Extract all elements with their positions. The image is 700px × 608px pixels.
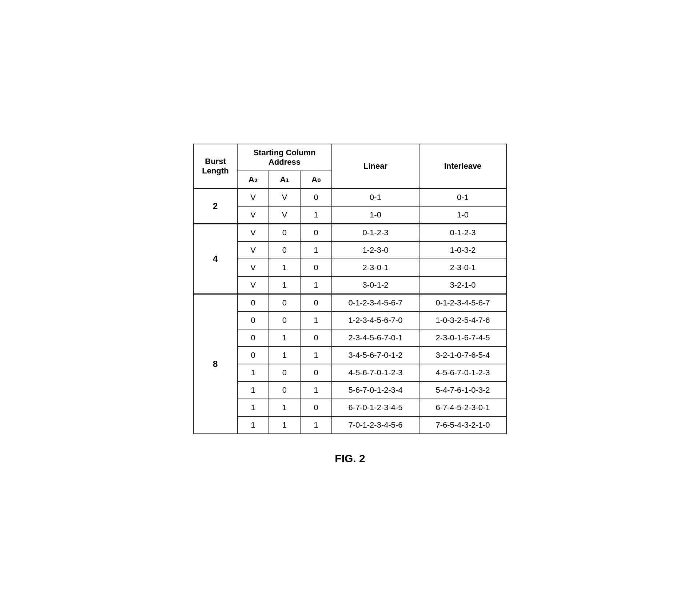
a2-cell: 0 bbox=[237, 347, 269, 364]
a2-cell: V bbox=[237, 241, 269, 259]
interleave-cell: 4-5-6-7-0-1-2-3 bbox=[419, 364, 506, 381]
linear-cell: 1-2-3-0 bbox=[332, 241, 419, 259]
linear-cell: 1-0 bbox=[332, 206, 419, 224]
a1-cell: 0 bbox=[269, 224, 301, 241]
table-row: 2VV00-10-1 bbox=[194, 188, 506, 206]
a2-cell: V bbox=[237, 188, 269, 206]
table-row: V011-2-3-01-0-3-2 bbox=[194, 241, 506, 259]
a1-cell: 1 bbox=[269, 347, 301, 364]
linear-cell: 6-7-0-1-2-3-4-5 bbox=[332, 399, 419, 416]
a0-cell: 1 bbox=[300, 312, 332, 329]
table-row: V113-0-1-23-2-1-0 bbox=[194, 276, 506, 294]
a0-cell: 0 bbox=[300, 259, 332, 276]
interleave-cell: 2-3-0-1-6-7-4-5 bbox=[419, 329, 506, 347]
interleave-cell: 1-0 bbox=[419, 206, 506, 224]
a1-cell: 0 bbox=[269, 312, 301, 329]
starting-col-header: Starting ColumnAddress bbox=[237, 144, 332, 171]
a2-cell: V bbox=[237, 206, 269, 224]
a2-cell: 1 bbox=[237, 416, 269, 434]
table-row: 1015-6-7-0-1-2-3-45-4-7-6-1-0-3-2 bbox=[194, 381, 506, 399]
a1-cell: 1 bbox=[269, 276, 301, 294]
fig-label: FIG. 2 bbox=[335, 452, 365, 465]
table-row: V102-3-0-12-3-0-1 bbox=[194, 259, 506, 276]
a1-cell: 0 bbox=[269, 364, 301, 381]
interleave-cell: 3-2-1-0 bbox=[419, 276, 506, 294]
a1-cell: 1 bbox=[269, 399, 301, 416]
a2-cell: 1 bbox=[237, 381, 269, 399]
linear-header: Linear bbox=[332, 144, 419, 189]
a2-cell: 0 bbox=[237, 294, 269, 312]
table-row: 1117-0-1-2-3-4-5-67-6-5-4-3-2-1-0 bbox=[194, 416, 506, 434]
a0-cell: 0 bbox=[300, 364, 332, 381]
a1-cell: 0 bbox=[269, 241, 301, 259]
table-row: 1106-7-0-1-2-3-4-56-7-4-5-2-3-0-1 bbox=[194, 399, 506, 416]
a0-cell: 1 bbox=[300, 416, 332, 434]
a2-cell: V bbox=[237, 224, 269, 241]
a0-cell: 0 bbox=[300, 188, 332, 206]
linear-cell: 0-1-2-3 bbox=[332, 224, 419, 241]
a2-cell: V bbox=[237, 276, 269, 294]
linear-cell: 5-6-7-0-1-2-3-4 bbox=[332, 381, 419, 399]
interleave-cell: 7-6-5-4-3-2-1-0 bbox=[419, 416, 506, 434]
a1-cell: V bbox=[269, 188, 301, 206]
burst-cell: 8 bbox=[194, 294, 237, 434]
a1-cell: 1 bbox=[269, 259, 301, 276]
a2-cell: 1 bbox=[237, 364, 269, 381]
a0-cell: 1 bbox=[300, 206, 332, 224]
a0-cell: 1 bbox=[300, 276, 332, 294]
burst-table: BurstLength Starting ColumnAddress Linea… bbox=[193, 144, 507, 434]
linear-cell: 3-0-1-2 bbox=[332, 276, 419, 294]
table-row: 0102-3-4-5-6-7-0-12-3-0-1-6-7-4-5 bbox=[194, 329, 506, 347]
a0-cell: 0 bbox=[300, 329, 332, 347]
a1-cell: 0 bbox=[269, 294, 301, 312]
interleave-cell: 2-3-0-1 bbox=[419, 259, 506, 276]
interleave-cell: 6-7-4-5-2-3-0-1 bbox=[419, 399, 506, 416]
a0-cell: 0 bbox=[300, 294, 332, 312]
interleave-header: Interleave bbox=[419, 144, 506, 189]
a2-cell: V bbox=[237, 259, 269, 276]
a1-cell: 1 bbox=[269, 329, 301, 347]
interleave-cell: 1-0-3-2-5-4-7-6 bbox=[419, 312, 506, 329]
interleave-cell: 0-1-2-3-4-5-6-7 bbox=[419, 294, 506, 312]
linear-cell: 7-0-1-2-3-4-5-6 bbox=[332, 416, 419, 434]
linear-cell: 2-3-0-1 bbox=[332, 259, 419, 276]
interleave-cell: 0-1-2-3 bbox=[419, 224, 506, 241]
a0-header: A₀ bbox=[300, 171, 332, 189]
burst-cell: 4 bbox=[194, 224, 237, 294]
table-row: 4V000-1-2-30-1-2-3 bbox=[194, 224, 506, 241]
a1-cell: 1 bbox=[269, 416, 301, 434]
linear-cell: 3-4-5-6-7-0-1-2 bbox=[332, 347, 419, 364]
a0-cell: 1 bbox=[300, 241, 332, 259]
interleave-cell: 3-2-1-0-7-6-5-4 bbox=[419, 347, 506, 364]
table-row: 1004-5-6-7-0-1-2-34-5-6-7-0-1-2-3 bbox=[194, 364, 506, 381]
a1-cell: V bbox=[269, 206, 301, 224]
page-container: BurstLength Starting ColumnAddress Linea… bbox=[193, 144, 507, 465]
table-row: 80000-1-2-3-4-5-6-70-1-2-3-4-5-6-7 bbox=[194, 294, 506, 312]
a2-cell: 1 bbox=[237, 399, 269, 416]
a0-cell: 0 bbox=[300, 224, 332, 241]
a2-cell: 0 bbox=[237, 329, 269, 347]
a2-header: A₂ bbox=[237, 171, 269, 189]
interleave-cell: 0-1 bbox=[419, 188, 506, 206]
linear-cell: 0-1-2-3-4-5-6-7 bbox=[332, 294, 419, 312]
a0-cell: 0 bbox=[300, 399, 332, 416]
a2-cell: 0 bbox=[237, 312, 269, 329]
linear-cell: 2-3-4-5-6-7-0-1 bbox=[332, 329, 419, 347]
burst-cell: 2 bbox=[194, 188, 237, 224]
linear-cell: 4-5-6-7-0-1-2-3 bbox=[332, 364, 419, 381]
a1-header: A₁ bbox=[269, 171, 301, 189]
table-row: 0113-4-5-6-7-0-1-23-2-1-0-7-6-5-4 bbox=[194, 347, 506, 364]
a0-cell: 1 bbox=[300, 381, 332, 399]
burst-length-header: BurstLength bbox=[194, 144, 237, 189]
linear-cell: 0-1 bbox=[332, 188, 419, 206]
table-row: 0011-2-3-4-5-6-7-01-0-3-2-5-4-7-6 bbox=[194, 312, 506, 329]
interleave-cell: 1-0-3-2 bbox=[419, 241, 506, 259]
interleave-cell: 5-4-7-6-1-0-3-2 bbox=[419, 381, 506, 399]
linear-cell: 1-2-3-4-5-6-7-0 bbox=[332, 312, 419, 329]
table-row: VV11-01-0 bbox=[194, 206, 506, 224]
a0-cell: 1 bbox=[300, 347, 332, 364]
a1-cell: 0 bbox=[269, 381, 301, 399]
